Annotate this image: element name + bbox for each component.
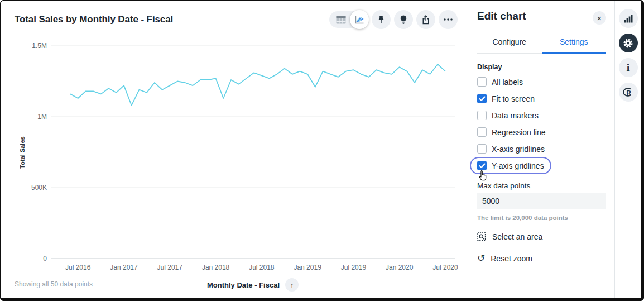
- svg-text:Jul 2017: Jul 2017: [157, 264, 183, 271]
- max-data-points-input[interactable]: [477, 193, 606, 209]
- display-option-y-axis-gridlines[interactable]: Y-axis gridlines: [472, 159, 550, 173]
- checkbox-label: Y-axis gridlines: [492, 161, 544, 170]
- display-option-data-markers[interactable]: Data markers: [472, 108, 544, 122]
- svg-text:1.5M: 1.5M: [32, 42, 47, 50]
- app-window: Total Sales by Monthly Date - Fiscal: [0, 0, 644, 301]
- svg-text:0: 0: [43, 255, 47, 262]
- right-icon-rail: i R: [614, 1, 641, 298]
- tab-settings[interactable]: Settings: [542, 32, 607, 54]
- select-area-icon: [477, 232, 487, 242]
- checkbox-label: All labels: [492, 78, 523, 87]
- reset-zoom-icon: ↺: [477, 254, 485, 263]
- data-point-count: Showing all 50 data points: [15, 280, 93, 288]
- info-icon: i: [626, 63, 629, 73]
- sort-direction-button[interactable]: ↑: [285, 278, 299, 292]
- bar-chart-icon: [624, 15, 633, 23]
- svg-text:Jan 2020: Jan 2020: [386, 264, 414, 271]
- tab-configure[interactable]: Configure: [477, 32, 542, 53]
- display-options-list: All labelsFit to screenData markersRegre…: [477, 75, 606, 173]
- svg-text:R: R: [627, 89, 632, 96]
- display-option-regression-line[interactable]: Regression line: [472, 125, 551, 139]
- chart-pane: Total Sales by Monthly Date - Fiscal: [1, 1, 468, 298]
- max-data-points-label: Max data points: [477, 181, 606, 190]
- svg-text:Jan 2019: Jan 2019: [294, 264, 321, 271]
- reset-zoom-label: Reset zoom: [491, 254, 532, 263]
- checkbox-unchecked[interactable]: [477, 111, 487, 120]
- svg-text:1M: 1M: [37, 113, 47, 121]
- gear-icon: [622, 37, 634, 49]
- x-axis-field: Monthly Date - Fiscal ↑: [207, 278, 299, 292]
- svg-text:Jul 2019: Jul 2019: [341, 264, 367, 271]
- svg-text:Jan 2018: Jan 2018: [202, 264, 230, 271]
- checkbox-unchecked[interactable]: [477, 144, 487, 154]
- svg-text:Jan 2017: Jan 2017: [110, 264, 138, 271]
- checkbox-label: Fit to screen: [492, 94, 535, 103]
- reset-zoom-action[interactable]: ↺ Reset zoom: [477, 252, 606, 265]
- x-axis-field-label: Monthly Date - Fiscal: [207, 281, 280, 289]
- display-option-x-axis-gridlines[interactable]: X-axis gridlines: [472, 142, 550, 156]
- svg-text:Jul 2020: Jul 2020: [432, 264, 458, 271]
- checkbox-label: Data markers: [492, 111, 539, 120]
- svg-text:500K: 500K: [31, 184, 47, 192]
- panel-title: Edit chart: [477, 10, 526, 22]
- checkbox-unchecked[interactable]: [477, 127, 487, 137]
- panel-tabs: Configure Settings: [477, 32, 606, 54]
- select-area-action[interactable]: Select an area: [477, 231, 606, 243]
- close-icon: ×: [597, 14, 602, 22]
- checkbox-label: X-axis gridlines: [492, 145, 545, 154]
- checkbox-checked[interactable]: [477, 161, 487, 170]
- arrow-up-icon: ↑: [290, 281, 294, 289]
- chart-plot-area[interactable]: 0500K1M1.5MJul 2016Jan 2017Jul 2017Jan 2…: [1, 1, 468, 301]
- settings-rail-button[interactable]: [619, 34, 638, 52]
- display-option-all-labels[interactable]: All labels: [472, 75, 528, 89]
- svg-text:Jul 2018: Jul 2018: [249, 264, 275, 271]
- checkbox-label: Regression line: [492, 128, 546, 137]
- checkbox-checked[interactable]: [477, 94, 487, 103]
- r-analysis-rail-button[interactable]: R: [619, 83, 638, 102]
- max-data-points-helper: The limit is 20,000 data points: [477, 214, 606, 221]
- panel-header: Edit chart ×: [477, 10, 606, 25]
- y-axis-title: Total Sales: [19, 136, 26, 168]
- close-panel-button[interactable]: ×: [593, 11, 606, 25]
- mouse-cursor: [478, 170, 488, 181]
- edit-chart-panel: Edit chart × Configure Settings Display …: [468, 1, 614, 298]
- checkbox-unchecked[interactable]: [477, 77, 487, 87]
- display-option-fit-to-screen[interactable]: Fit to screen: [472, 92, 540, 106]
- info-rail-button[interactable]: i: [619, 58, 638, 77]
- svg-text:Jul 2016: Jul 2016: [65, 264, 91, 271]
- display-section-heading: Display: [477, 63, 606, 71]
- select-area-label: Select an area: [492, 232, 542, 241]
- chart-type-rail-button[interactable]: [619, 9, 638, 28]
- r-logo-icon: R: [622, 87, 634, 98]
